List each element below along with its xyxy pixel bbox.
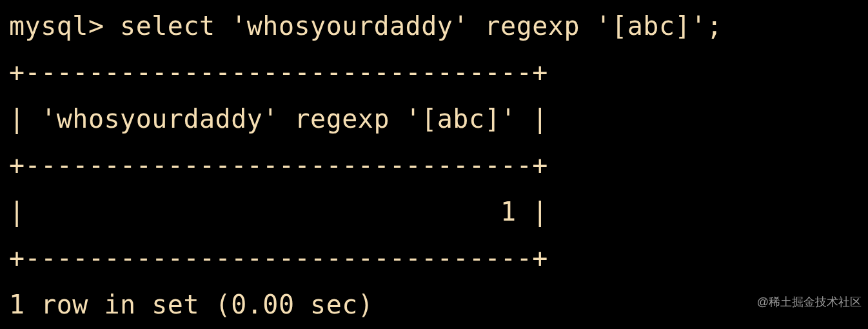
result-border-bottom: +--------------------------------+ [9,243,548,273]
terminal-output: mysql> select 'whosyourdaddy' regexp '[a… [0,0,868,328]
sql-command: select 'whosyourdaddy' regexp '[abc]'; [120,11,722,41]
result-row: | 1 | [9,197,548,226]
result-footer: 1 row in set (0.00 sec) [9,290,373,319]
watermark: @稀土掘金技术社区 [757,279,862,325]
result-border-top: +--------------------------------+ [9,57,548,87]
result-header: | 'whosyourdaddy' regexp '[abc]' | [9,104,548,134]
result-border-mid: +--------------------------------+ [9,150,548,180]
prompt: mysql> [9,11,104,41]
